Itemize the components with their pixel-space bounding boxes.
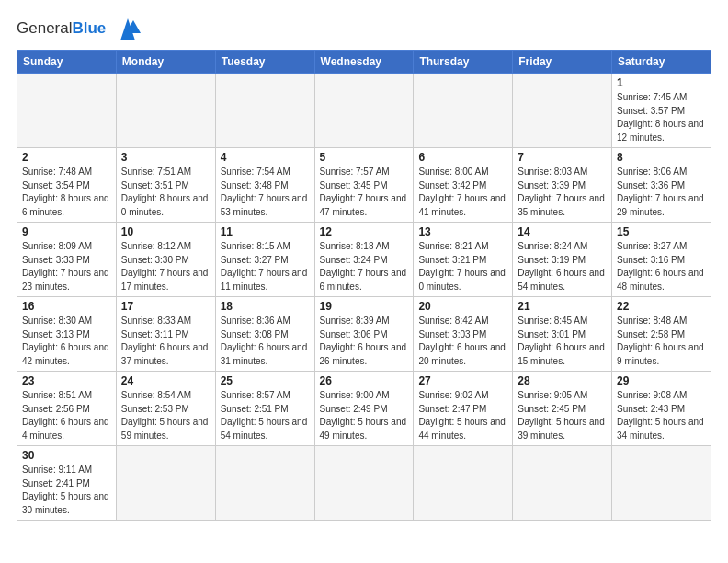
day-info: Sunrise: 8:27 AM Sunset: 3:16 PM Dayligh… (617, 240, 706, 293)
day-number: 11 (221, 225, 310, 238)
day-cell: 11Sunrise: 8:15 AM Sunset: 3:27 PM Dayli… (215, 223, 314, 297)
day-number: 10 (121, 225, 210, 238)
day-cell: 20Sunrise: 8:42 AM Sunset: 3:03 PM Dayli… (414, 297, 513, 372)
day-number: 28 (518, 374, 607, 387)
day-number: 16 (22, 300, 111, 313)
day-info: Sunrise: 8:30 AM Sunset: 3:13 PM Dayligh… (22, 315, 111, 368)
day-number: 13 (418, 225, 507, 238)
day-cell: 5Sunrise: 7:57 AM Sunset: 3:45 PM Daylig… (314, 148, 414, 223)
day-cell (513, 446, 612, 521)
day-cell: 8Sunrise: 8:06 AM Sunset: 3:36 PM Daylig… (612, 148, 711, 223)
day-number: 29 (617, 374, 706, 387)
day-cell (116, 74, 215, 148)
day-cell: 10Sunrise: 8:12 AM Sunset: 3:30 PM Dayli… (116, 223, 215, 297)
day-info: Sunrise: 8:48 AM Sunset: 2:58 PM Dayligh… (617, 315, 706, 368)
day-cell (612, 446, 711, 521)
day-info: Sunrise: 7:45 AM Sunset: 3:57 PM Dayligh… (617, 91, 706, 144)
day-cell: 18Sunrise: 8:36 AM Sunset: 3:08 PM Dayli… (215, 297, 314, 372)
day-info: Sunrise: 8:00 AM Sunset: 3:42 PM Dayligh… (418, 166, 507, 219)
day-info: Sunrise: 9:00 AM Sunset: 2:49 PM Dayligh… (320, 389, 409, 442)
day-info: Sunrise: 8:42 AM Sunset: 3:03 PM Dayligh… (418, 315, 507, 368)
day-cell: 21Sunrise: 8:45 AM Sunset: 3:01 PM Dayli… (513, 297, 612, 372)
day-cell: 30Sunrise: 9:11 AM Sunset: 2:41 PM Dayli… (17, 446, 117, 521)
day-cell (215, 446, 314, 521)
logo-blue: Blue (72, 19, 106, 37)
day-info: Sunrise: 8:57 AM Sunset: 2:51 PM Dayligh… (221, 389, 310, 442)
day-cell: 2Sunrise: 7:48 AM Sunset: 3:54 PM Daylig… (17, 148, 117, 223)
day-info: Sunrise: 7:57 AM Sunset: 3:45 PM Dayligh… (320, 166, 409, 219)
week-row-3: 9Sunrise: 8:09 AM Sunset: 3:33 PM Daylig… (17, 223, 711, 297)
day-number: 27 (418, 374, 507, 387)
day-number: 21 (518, 300, 607, 313)
day-info: Sunrise: 7:48 AM Sunset: 3:54 PM Dayligh… (22, 166, 111, 219)
day-info: Sunrise: 8:18 AM Sunset: 3:24 PM Dayligh… (320, 240, 409, 293)
day-info: Sunrise: 8:09 AM Sunset: 3:33 PM Dayligh… (22, 240, 111, 293)
day-cell: 24Sunrise: 8:54 AM Sunset: 2:53 PM Dayli… (116, 372, 215, 446)
day-number: 7 (518, 151, 607, 164)
day-cell (414, 74, 513, 148)
weekday-header-saturday: Saturday (612, 51, 711, 74)
day-cell: 9Sunrise: 8:09 AM Sunset: 3:33 PM Daylig… (17, 223, 117, 297)
day-cell: 4Sunrise: 7:54 AM Sunset: 3:48 PM Daylig… (215, 148, 314, 223)
day-info: Sunrise: 9:11 AM Sunset: 2:41 PM Dayligh… (22, 464, 111, 517)
week-row-4: 16Sunrise: 8:30 AM Sunset: 3:13 PM Dayli… (17, 297, 711, 372)
day-number: 3 (121, 151, 210, 164)
day-number: 12 (320, 225, 409, 238)
weekday-header-sunday: Sunday (17, 51, 117, 74)
day-cell: 13Sunrise: 8:21 AM Sunset: 3:21 PM Dayli… (414, 223, 513, 297)
day-cell (314, 446, 414, 521)
day-number: 5 (320, 151, 409, 164)
day-cell: 22Sunrise: 8:48 AM Sunset: 2:58 PM Dayli… (612, 297, 711, 372)
day-number: 30 (22, 449, 111, 462)
day-cell: 19Sunrise: 8:39 AM Sunset: 3:06 PM Dayli… (314, 297, 414, 372)
day-cell: 3Sunrise: 7:51 AM Sunset: 3:51 PM Daylig… (116, 148, 215, 223)
day-number: 17 (121, 300, 210, 313)
day-number: 23 (22, 374, 111, 387)
day-info: Sunrise: 8:33 AM Sunset: 3:11 PM Dayligh… (121, 315, 210, 368)
day-cell (17, 74, 117, 148)
day-cell: 7Sunrise: 8:03 AM Sunset: 3:39 PM Daylig… (513, 148, 612, 223)
logo: GeneralBlue (17, 15, 144, 42)
day-info: Sunrise: 7:54 AM Sunset: 3:48 PM Dayligh… (221, 166, 310, 219)
day-info: Sunrise: 9:02 AM Sunset: 2:47 PM Dayligh… (418, 389, 507, 442)
day-info: Sunrise: 8:39 AM Sunset: 3:06 PM Dayligh… (320, 315, 409, 368)
day-info: Sunrise: 9:05 AM Sunset: 2:45 PM Dayligh… (518, 389, 607, 442)
day-cell: 15Sunrise: 8:27 AM Sunset: 3:16 PM Dayli… (612, 223, 711, 297)
calendar-table: SundayMondayTuesdayWednesdayThursdayFrid… (17, 50, 711, 521)
day-cell: 29Sunrise: 9:08 AM Sunset: 2:43 PM Dayli… (612, 372, 711, 446)
day-info: Sunrise: 8:36 AM Sunset: 3:08 PM Dayligh… (221, 315, 310, 368)
day-cell (414, 446, 513, 521)
day-cell: 16Sunrise: 8:30 AM Sunset: 3:13 PM Dayli… (17, 297, 117, 372)
day-cell (513, 74, 612, 148)
day-number: 20 (418, 300, 507, 313)
day-number: 8 (617, 151, 706, 164)
day-cell: 25Sunrise: 8:57 AM Sunset: 2:51 PM Dayli… (215, 372, 314, 446)
weekday-header-row: SundayMondayTuesdayWednesdayThursdayFrid… (17, 51, 711, 74)
day-number: 26 (320, 374, 409, 387)
day-info: Sunrise: 8:24 AM Sunset: 3:19 PM Dayligh… (518, 240, 607, 293)
day-info: Sunrise: 8:54 AM Sunset: 2:53 PM Dayligh… (121, 389, 210, 442)
weekday-header-monday: Monday (116, 51, 215, 74)
day-cell (314, 74, 414, 148)
day-cell (215, 74, 314, 148)
day-number: 2 (22, 151, 111, 164)
weekday-header-wednesday: Wednesday (314, 51, 414, 74)
weekday-header-thursday: Thursday (414, 51, 513, 74)
day-cell: 6Sunrise: 8:00 AM Sunset: 3:42 PM Daylig… (414, 148, 513, 223)
day-cell: 17Sunrise: 8:33 AM Sunset: 3:11 PM Dayli… (116, 297, 215, 372)
day-cell: 1Sunrise: 7:45 AM Sunset: 3:57 PM Daylig… (612, 74, 711, 148)
day-cell: 28Sunrise: 9:05 AM Sunset: 2:45 PM Dayli… (513, 372, 612, 446)
day-number: 4 (221, 151, 310, 164)
day-cell: 14Sunrise: 8:24 AM Sunset: 3:19 PM Dayli… (513, 223, 612, 297)
day-info: Sunrise: 8:45 AM Sunset: 3:01 PM Dayligh… (518, 315, 607, 368)
week-row-5: 23Sunrise: 8:51 AM Sunset: 2:56 PM Dayli… (17, 372, 711, 446)
day-info: Sunrise: 8:06 AM Sunset: 3:36 PM Dayligh… (617, 166, 706, 219)
day-number: 15 (617, 225, 706, 238)
day-number: 6 (418, 151, 507, 164)
day-number: 9 (22, 225, 111, 238)
day-number: 14 (518, 225, 607, 238)
day-cell: 27Sunrise: 9:02 AM Sunset: 2:47 PM Dayli… (414, 372, 513, 446)
day-cell: 26Sunrise: 9:00 AM Sunset: 2:49 PM Dayli… (314, 372, 414, 446)
day-info: Sunrise: 7:51 AM Sunset: 3:51 PM Dayligh… (121, 166, 210, 219)
day-number: 18 (221, 300, 310, 313)
